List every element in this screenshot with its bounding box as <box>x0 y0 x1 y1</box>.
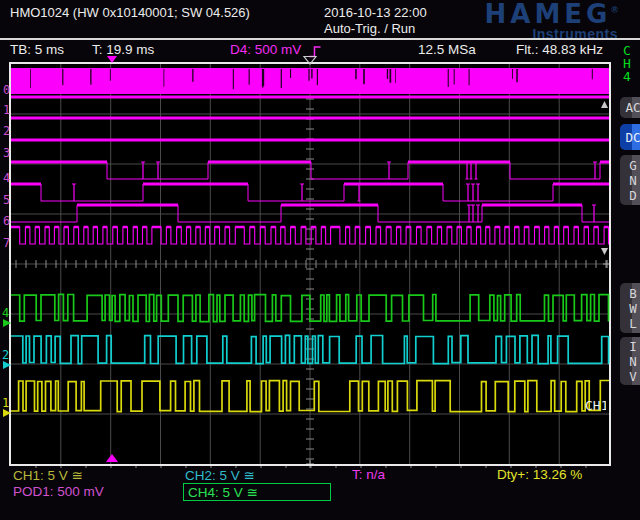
filter-readout: Flt.: 48.83 kHz <box>516 42 603 57</box>
analog-trace-CH2: 2 <box>2 335 609 369</box>
trigger-value-readout: T: n/a <box>352 467 385 482</box>
svg-text:4: 4 <box>3 171 10 185</box>
digital-trace-D3: 3 <box>3 139 609 161</box>
digital-trace-D6: 6 <box>3 204 609 229</box>
registered-trademark-icon: ® <box>611 5 618 15</box>
trigger-position-marker-bottom[interactable] <box>106 454 118 462</box>
channel-position-marker-icon[interactable] <box>3 319 11 327</box>
svg-text:5: 5 <box>3 193 10 207</box>
datetime: 2016-10-13 22:00 <box>324 5 427 20</box>
pod1-scale-readout: POD1: 500 mV <box>13 484 104 499</box>
duty-cycle-readout: Dty+: 13.26 % <box>497 467 582 482</box>
analog-trace-CH4: 4 <box>2 294 609 327</box>
pod-scroll-up-icon <box>601 101 608 108</box>
coupling-ac-button[interactable]: AC <box>620 97 640 118</box>
acquisition-status: Auto-Trig. / Run <box>324 21 415 36</box>
svg-text:6: 6 <box>3 214 10 228</box>
digital-trace-D1: 1 <box>3 96 609 118</box>
invert-button[interactable]: I N V <box>620 337 640 385</box>
coupling-gnd-button[interactable]: G N D <box>620 155 640 205</box>
waveform-display: 01234567421CH1 <box>0 0 640 520</box>
rising-edge-trigger-icon <box>308 44 322 59</box>
svg-text:2: 2 <box>2 348 9 362</box>
pod-scroll-down-icon <box>601 248 608 255</box>
clipped-ch1-label: CH1 <box>585 398 608 413</box>
graticule-ticks <box>16 69 606 468</box>
header-divider <box>0 38 640 40</box>
ch2-scale-readout: CH2: 5 V ≅ <box>185 467 255 483</box>
svg-text:2: 2 <box>3 124 10 138</box>
timebase-readout: TB: 5 ms <box>10 42 64 57</box>
trigger-position-marker-top[interactable] <box>107 56 117 63</box>
graticule-gridlines <box>11 64 609 464</box>
center-line-end-marks <box>306 260 611 468</box>
coupling-dc-button[interactable]: DC <box>620 124 640 150</box>
channel-position-marker-icon[interactable] <box>3 409 11 417</box>
digital-trace-D0: 0 <box>3 68 609 97</box>
sidebar-channel-label: C H 4 <box>623 44 631 83</box>
ch4-selected-channel-box[interactable]: CH4: 5 V ≅ <box>183 483 331 501</box>
graticule-border <box>10 63 610 465</box>
bandwidth-limit-button[interactable]: B W L <box>620 283 640 333</box>
hameg-hmo1024-screen: HMO1024 (HW 0x10140001; SW 04.526) 2016-… <box>0 0 640 520</box>
digital-trace-D5: 5 <box>3 183 609 208</box>
svg-text:4: 4 <box>2 306 9 320</box>
ch4-scale-readout: CH4: 5 V ≅ <box>184 484 258 500</box>
trigger-source-level-readout: D4: 500 mV <box>230 42 301 57</box>
analog-trace-CH1: 1 <box>2 381 609 418</box>
ch1-scale-readout: CH1: 5 V ≅ <box>13 467 83 483</box>
trigger-time-readout: T: 19.9 ms <box>92 42 154 57</box>
digital-trace-D2: 2 <box>3 117 609 139</box>
svg-text:1: 1 <box>2 396 9 410</box>
digital-trace-D4: 4 <box>3 161 609 186</box>
device-info: HMO1024 (HW 0x10140001; SW 04.526) <box>10 5 250 20</box>
digital-trace-D7: 7 <box>3 227 609 250</box>
svg-text:7: 7 <box>3 236 10 250</box>
channel-position-marker-icon[interactable] <box>3 361 11 369</box>
svg-text:3: 3 <box>3 146 10 160</box>
svg-text:0: 0 <box>3 83 10 97</box>
graticule-background <box>11 64 609 464</box>
sample-rate-readout: 12.5 MSa <box>418 42 476 57</box>
svg-text:1: 1 <box>3 103 10 117</box>
